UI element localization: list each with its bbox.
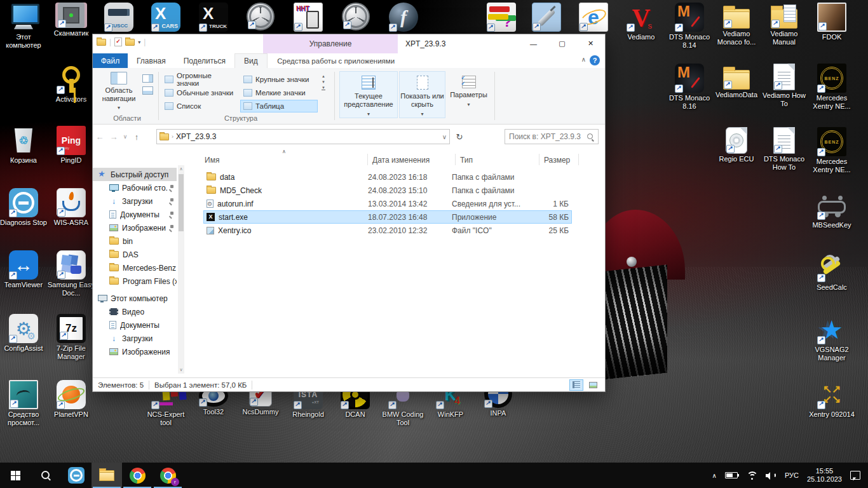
- sidebar-item-mercedes-benz[interactable]: Mercedes-Benz: [93, 261, 177, 274]
- minimize-button[interactable]: —: [519, 34, 548, 53]
- tray-expand-icon[interactable]: ∧: [712, 472, 717, 479]
- recent-locations-icon[interactable]: ∨: [121, 133, 130, 140]
- column-header-name[interactable]: Имя: [205, 154, 363, 166]
- wifi-icon[interactable]: [746, 471, 757, 480]
- taskbar-search-button[interactable]: [31, 463, 61, 488]
- desktop-icon-xentry-092014[interactable]: Xentry 092014: [808, 380, 855, 419]
- tab-share[interactable]: Поделиться: [175, 53, 234, 68]
- desktop-icon-flash[interactable]: [380, 3, 427, 33]
- details-view-button[interactable]: [569, 379, 583, 391]
- desktop-icon-planetvpn[interactable]: PlanetVPN: [48, 380, 95, 419]
- clock[interactable]: 15:5525.10.2023: [807, 467, 842, 484]
- search-input[interactable]: Поиск в: XPT_23.9.3: [505, 129, 599, 144]
- views-scroll-arrows[interactable]: ▲▼▼: [322, 74, 325, 90]
- column-resize-handle[interactable]: [578, 154, 579, 165]
- sidebar-item-das[interactable]: DAS: [93, 248, 177, 261]
- desktop-icon-seedcalc[interactable]: SeedCalc: [808, 253, 855, 292]
- taskbar-chrome[interactable]: [122, 463, 153, 488]
- taskbar-file-explorer[interactable]: [92, 463, 122, 488]
- desktop-icon-vediamodata[interactable]: VediamoData: [713, 64, 760, 99]
- sidebar-item-изображения[interactable]: Изображения: [93, 345, 177, 358]
- details-pane-icon[interactable]: [142, 86, 153, 95]
- desktop-icon-mercedes-xentry-ne-2[interactable]: Mercedes Xentry NE...: [808, 127, 855, 174]
- tab-app-tools[interactable]: Средства работы с приложениями: [269, 53, 403, 68]
- view-medium-icons[interactable]: Обычные значки: [161, 86, 238, 99]
- tab-view[interactable]: Вид: [234, 53, 268, 68]
- sidebar-item-документы[interactable]: Документы: [93, 318, 177, 332]
- desktop-icon-xcars[interactable]: [142, 3, 189, 33]
- view-small-icons[interactable]: Мелкие значки: [240, 86, 318, 99]
- desktop-icon-recycle-bin[interactable]: Корзина: [0, 126, 47, 165]
- tab-home[interactable]: Главная: [128, 53, 175, 68]
- file-row[interactable]: data24.08.2023 16:18Папка с файлами: [203, 170, 572, 184]
- back-icon[interactable]: ←: [93, 132, 107, 142]
- sidebar-item-program-files-x8[interactable]: Program Files (x8: [93, 274, 177, 288]
- current-view-button[interactable]: Текущее представление ▾: [339, 71, 398, 118]
- desktop-icon-das[interactable]: [478, 3, 525, 33]
- start-button[interactable]: [0, 463, 31, 488]
- desktop-icon-pingid[interactable]: PingID: [48, 126, 95, 165]
- file-row[interactable]: autorun.inf13.03.2014 13:42Сведения для …: [203, 197, 572, 210]
- help-icon[interactable]: ?: [590, 55, 600, 65]
- taskbar-diagnosis-stop[interactable]: [61, 463, 92, 488]
- desktop-icon-mbseedkey[interactable]: MBSeedKey: [808, 191, 855, 229]
- column-header-date[interactable]: Дата изменения: [372, 154, 452, 166]
- column-resize-handle[interactable]: [367, 154, 368, 165]
- desktop-icon-this-pc[interactable]: Этот компьютер: [0, 3, 47, 50]
- view-list[interactable]: Список: [161, 100, 238, 112]
- column-resize-handle[interactable]: [539, 154, 539, 165]
- desktop-icon-teamviewer[interactable]: TeamViewer: [0, 250, 47, 289]
- file-row[interactable]: MD5_Check24.08.2023 15:10Папка с файлами: [203, 184, 572, 197]
- desktop-icon-7zip-file-manager[interactable]: 7-Zip File Manager: [48, 314, 95, 361]
- folder-icon[interactable]: [97, 39, 106, 46]
- file-row[interactable]: start.exe18.07.2023 16:48Приложение58 КБ: [203, 210, 572, 224]
- desktop-icon-internet-explorer[interactable]: [570, 3, 617, 33]
- nav-scrollbar[interactable]: ∧ ∨: [178, 165, 184, 374]
- desktop-icon-scanmatik[interactable]: Сканматик: [48, 3, 95, 37]
- new-folder-icon[interactable]: [125, 39, 135, 46]
- view-extra-large-icons[interactable]: Огромные значки: [161, 73, 238, 86]
- breadcrumb[interactable]: XPT_23.9.3: [176, 132, 216, 141]
- collapse-ribbon-icon[interactable]: ∧: [581, 56, 586, 63]
- desktop-icon-injector[interactable]: [523, 3, 570, 33]
- refresh-icon[interactable]: ↻: [452, 129, 466, 144]
- desktop-icon-fdok[interactable]: FDOK: [808, 3, 855, 41]
- sidebar-item-bin[interactable]: bin: [93, 234, 177, 248]
- search-icon[interactable]: [587, 133, 594, 140]
- tab-file[interactable]: Файл: [93, 53, 128, 68]
- sidebar-item-загрузки[interactable]: Загрузки: [93, 194, 177, 208]
- desktop-icon-xtruck[interactable]: [190, 3, 237, 33]
- column-resize-handle[interactable]: [455, 154, 456, 165]
- view-details[interactable]: Таблица: [240, 100, 318, 112]
- sidebar-item-загрузки[interactable]: Загрузки: [93, 332, 177, 345]
- desktop-icon-dts-monaco-814[interactable]: DTS Monaco 8.14: [666, 3, 713, 50]
- show-hide-button[interactable]: Показать или скрыть ▾: [399, 71, 445, 118]
- maximize-button[interactable]: ▢: [548, 34, 576, 53]
- desktop-icon-vediamo[interactable]: Vediamo: [618, 3, 665, 41]
- desktop-icon-hht[interactable]: [285, 3, 332, 33]
- desktop-icon-vgsnag2-manager[interactable]: VGSNAG2 Manager: [808, 315, 855, 362]
- options-button[interactable]: Параметры ▾: [447, 71, 490, 118]
- view-large-icons[interactable]: Крупные значки: [240, 73, 318, 86]
- desktop-icon-wis-asra[interactable]: WIS-ASRA: [48, 188, 95, 227]
- address-box[interactable]: › XPT_23.9.3 ∨: [156, 129, 450, 144]
- forward-icon[interactable]: →: [107, 132, 121, 142]
- desktop-icon-mercedes-xentry-ne-1[interactable]: Mercedes Xentry NE...: [808, 64, 855, 111]
- language-indicator[interactable]: РУС: [785, 471, 799, 479]
- desktop-icon-configassist[interactable]: ConfigAssist: [0, 314, 47, 353]
- desktop-icon-mercedes-star-2[interactable]: [332, 3, 379, 32]
- scroll-down-icon[interactable]: ∨: [178, 367, 184, 372]
- qat-customize-icon[interactable]: ▾: [138, 39, 140, 45]
- close-button[interactable]: ✕: [576, 34, 605, 53]
- address-dropdown-icon[interactable]: ∨: [442, 133, 447, 140]
- action-center-icon[interactable]: [850, 471, 860, 480]
- sidebar-item-быстрый-доступ[interactable]: Быстрый доступ: [93, 168, 177, 181]
- column-header-type[interactable]: Тип: [460, 154, 536, 166]
- scrollbar-thumb[interactable]: [179, 174, 184, 231]
- desktop-icon-mercedes-star[interactable]: [237, 3, 284, 32]
- sidebar-item-видео[interactable]: Видео: [93, 305, 177, 318]
- preview-pane-icon[interactable]: [142, 74, 153, 83]
- column-header-size[interactable]: Размер: [544, 154, 576, 166]
- properties-icon[interactable]: [114, 37, 122, 46]
- title-bar[interactable]: | ▾ | Управление XPT_23.9.3 — ▢ ✕: [93, 34, 605, 53]
